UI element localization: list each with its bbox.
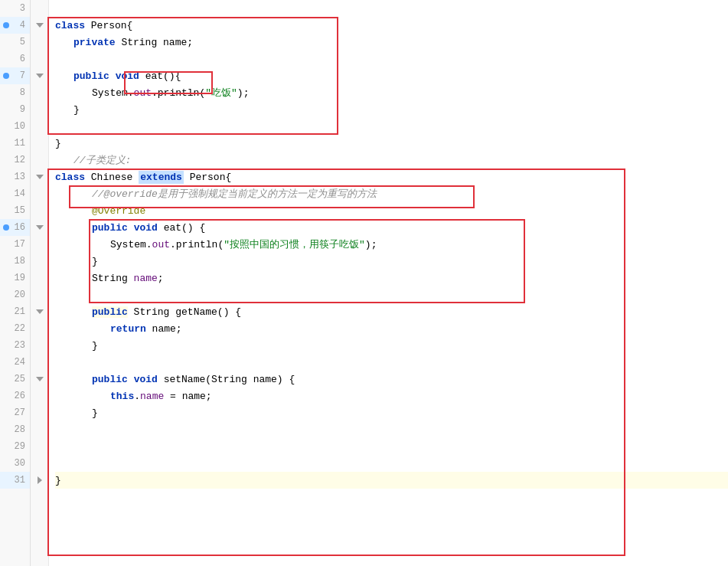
space: [128, 222, 134, 234]
keyword-class: class: [55, 20, 85, 31]
gutter-14: [31, 185, 48, 202]
line-num-16: 16: [0, 219, 30, 236]
breakpoint-dot-4[interactable]: [3, 22, 9, 28]
string-cn-eat: "按照中国的习惯，用筷子吃饭": [224, 237, 365, 251]
code-line-25: public void setName(String name) {: [55, 371, 728, 388]
line-num-27: 27: [0, 404, 30, 421]
breakpoint-dot-16[interactable]: [3, 224, 9, 231]
comment-override-note: //@override是用于强制规定当前定义的方法一定为重写的方法: [92, 187, 377, 201]
close-brace-final: }: [55, 475, 61, 486]
keyword-class-13: class: [55, 172, 85, 183]
semicolon-19: ;: [158, 273, 164, 284]
line-num-29: 29: [0, 438, 30, 455]
person-ref: Person{: [184, 172, 231, 183]
out-method: out: [134, 87, 152, 99]
code-line-8: System. out .println( "吃饭" );: [55, 84, 728, 101]
line-num-7: 7: [0, 67, 30, 84]
code-line-20: [55, 286, 728, 303]
line-num-12: 12: [0, 152, 30, 168]
code-line-24: [55, 354, 728, 371]
gutter-7[interactable]: [31, 67, 48, 84]
gutter-24: [31, 354, 48, 371]
line-num-17: 17: [0, 236, 30, 253]
close-paren: );: [237, 87, 250, 99]
text-string-type: String: [116, 37, 163, 48]
line-num-9: 9: [0, 101, 30, 118]
keyword-void-25: void: [134, 374, 158, 385]
close-brace-11: }: [55, 138, 61, 149]
code-line-11: }: [55, 135, 728, 152]
line-num-21: 21: [0, 303, 30, 320]
code-line-15: @Override: [55, 202, 728, 219]
code-line-16: public void eat() {: [55, 219, 728, 236]
code-editor: 3 4 5 6 7 8 9 10 11 12 13 14 15 16 17 18…: [0, 0, 728, 566]
string-type-19: String: [92, 273, 134, 284]
gutter-20: [31, 286, 48, 303]
keyword-void-16: void: [134, 222, 158, 234]
keyword-this: this: [110, 391, 134, 402]
field-name-19: name: [134, 273, 158, 284]
gutter-8: [31, 84, 48, 101]
gutter-27: [31, 404, 48, 421]
line-num-26: 26: [0, 388, 30, 404]
code-gutter: [31, 0, 49, 566]
keyword-public-25: public: [92, 374, 128, 385]
keyword-public-16: public: [92, 222, 128, 234]
line-num-15: 15: [0, 202, 30, 219]
keyword-public-21: public: [92, 306, 128, 318]
close-brace-18: }: [92, 256, 98, 267]
space: Chinese: [85, 172, 139, 183]
line-num-13: 13: [0, 168, 30, 185]
code-line-26: this . name = name;: [55, 388, 728, 404]
keyword-extends: extends: [139, 171, 184, 184]
line-num-18: 18: [0, 253, 30, 270]
field-name: name: [163, 37, 187, 48]
println-text-17: .println(: [170, 239, 224, 250]
gutter-17: [31, 236, 48, 253]
gutter-16[interactable]: [31, 219, 48, 236]
gutter-4[interactable]: [31, 17, 48, 34]
code-line-18: }: [55, 253, 728, 270]
code-line-3: [55, 0, 728, 17]
code-line-27: }: [55, 404, 728, 421]
line-num-22: 22: [0, 320, 30, 337]
code-line-21: public String getName() {: [55, 303, 728, 320]
system-text: System.: [92, 87, 134, 99]
code-line-28: [55, 421, 728, 438]
gutter-18: [31, 253, 48, 270]
gutter-6: [31, 51, 48, 67]
line-num-20: 20: [0, 286, 30, 303]
keyword-public-7: public: [73, 70, 109, 82]
line-num-31: 31: [0, 472, 30, 489]
line-num-8: 8: [0, 84, 30, 101]
close-brace-23: }: [92, 340, 98, 352]
getname-method: getName() {: [175, 306, 241, 318]
method-eat: eat(){: [139, 70, 181, 82]
gutter-19: [31, 270, 48, 286]
gutter-30: [31, 455, 48, 472]
line-num-19: 19: [0, 270, 30, 286]
gutter-21[interactable]: [31, 303, 48, 320]
line-num-6: 6: [0, 51, 30, 67]
gutter-26: [31, 388, 48, 404]
code-line-14: //@override是用于强制规定当前定义的方法一定为重写的方法: [55, 185, 728, 202]
line-num-5: 5: [0, 34, 30, 51]
keyword-void-7: void: [116, 70, 139, 82]
semicolon: ;: [187, 37, 193, 48]
gutter-31[interactable]: [31, 472, 48, 489]
gutter-13[interactable]: [31, 168, 48, 185]
code-line-6: [55, 51, 728, 67]
code-line-23: }: [55, 337, 728, 354]
gutter-9: [31, 101, 48, 118]
code-line-19: String name ;: [55, 270, 728, 286]
code-line-4: class Person{: [55, 17, 728, 34]
gutter-25[interactable]: [31, 371, 48, 388]
code-content[interactable]: class Person{ private String name ; publ…: [49, 0, 728, 566]
breakpoint-dot-7[interactable]: [3, 73, 9, 79]
string-eat-chi: "吃饭": [205, 86, 237, 100]
line-num-30: 30: [0, 455, 30, 472]
line-num-4: 4: [0, 17, 30, 34]
text-space: Person{: [85, 20, 132, 31]
code-line-31: }: [55, 472, 728, 489]
line-num-23: 23: [0, 337, 30, 354]
